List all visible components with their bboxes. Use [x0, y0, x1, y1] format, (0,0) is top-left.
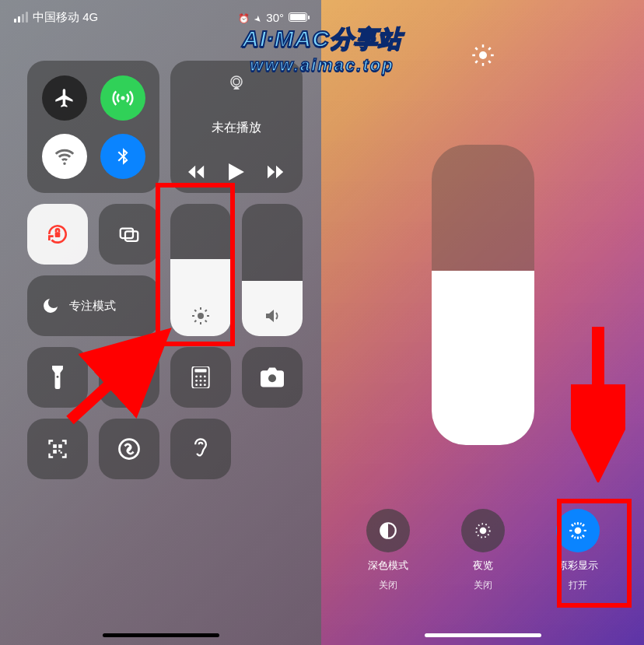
dark-mode-toggle[interactable]: 深色模式 关闭 [357, 509, 419, 592]
connectivity-module[interactable] [27, 61, 159, 193]
battery-icon [289, 12, 307, 22]
svg-line-41 [488, 61, 491, 63]
hearing-button[interactable] [170, 419, 231, 479]
svg-point-1 [231, 76, 242, 87]
brightness-large-slider[interactable] [432, 145, 534, 445]
svg-line-42 [475, 61, 478, 63]
carrier-label: 中国移动 4G [33, 10, 98, 25]
play-button[interactable] [229, 163, 244, 181]
svg-rect-17 [194, 369, 206, 372]
svg-point-15 [122, 371, 137, 386]
camera-button[interactable] [242, 347, 303, 408]
flashlight-icon [49, 366, 66, 389]
airplay-icon[interactable] [227, 73, 246, 92]
wifi-button[interactable] [42, 134, 87, 179]
airplane-mode-button[interactable] [42, 75, 87, 121]
timer-icon [118, 366, 140, 388]
wifi-icon [54, 145, 75, 167]
moon-icon [41, 296, 60, 315]
next-track-icon [268, 165, 285, 179]
orientation-lock-button[interactable] [27, 204, 88, 265]
svg-point-2 [233, 79, 240, 85]
svg-rect-5 [125, 231, 138, 241]
cellular-antenna-icon [111, 86, 135, 110]
shazam-button[interactable] [99, 419, 159, 479]
night-shift-icon [461, 509, 505, 552]
brightness-icon [191, 307, 210, 325]
home-indicator[interactable] [103, 633, 219, 637]
shazam-icon [117, 437, 141, 461]
svg-point-20 [204, 376, 206, 378]
night-shift-toggle[interactable]: 夜览 关闭 [452, 509, 514, 592]
temperature-label: 30° [266, 11, 284, 24]
svg-line-11 [194, 310, 196, 311]
qr-scan-icon [47, 438, 68, 460]
sun-icon [471, 44, 495, 67]
svg-point-21 [195, 380, 198, 382]
svg-rect-29 [58, 444, 62, 448]
svg-line-52 [571, 524, 572, 526]
svg-point-27 [268, 374, 276, 382]
volume-slider[interactable] [242, 204, 303, 336]
control-center-screen: 中国移动 4G 30° [0, 0, 321, 645]
true-tone-toggle[interactable]: 原彩显示 打开 [547, 509, 609, 592]
svg-point-25 [200, 384, 202, 386]
svg-point-24 [195, 384, 198, 386]
true-tone-icon [556, 509, 600, 552]
alarm-icon [238, 11, 250, 24]
qr-scan-button[interactable] [27, 419, 88, 479]
bluetooth-icon [113, 146, 133, 167]
brightness-detail-screen: 深色模式 关闭 夜览 关闭 原彩显示 打开 [321, 0, 644, 645]
svg-point-6 [198, 313, 204, 319]
flashlight-button[interactable] [27, 347, 88, 408]
calculator-button[interactable] [170, 347, 231, 408]
hearing-icon [191, 437, 211, 461]
play-icon [229, 163, 244, 181]
home-indicator[interactable] [425, 633, 541, 637]
svg-line-59 [574, 537, 575, 539]
orientation-lock-icon [45, 222, 70, 247]
prev-track-button[interactable] [188, 165, 205, 179]
media-title: 未在播放 [212, 120, 261, 136]
next-track-button[interactable] [268, 165, 285, 179]
svg-line-55 [582, 524, 583, 526]
svg-point-45 [479, 528, 486, 535]
prev-track-icon [188, 165, 205, 179]
svg-point-22 [200, 380, 202, 382]
svg-line-12 [205, 321, 207, 322]
svg-point-23 [204, 380, 206, 382]
focus-mode-button[interactable]: 专注模式 [27, 275, 159, 336]
calculator-icon [191, 366, 210, 388]
svg-line-43 [488, 47, 491, 50]
volume-icon [263, 307, 282, 325]
airplane-icon [54, 87, 75, 109]
brightness-slider[interactable] [170, 204, 231, 336]
focus-label: 专注模式 [69, 299, 116, 314]
dark-mode-icon [366, 509, 410, 552]
svg-point-19 [200, 376, 202, 378]
svg-point-47 [574, 528, 581, 535]
svg-line-40 [475, 47, 478, 50]
svg-point-18 [195, 376, 198, 378]
timer-button[interactable] [99, 347, 159, 408]
control-center-grid: 未在播放 [27, 61, 294, 479]
svg-point-0 [121, 96, 124, 100]
screen-mirroring-button[interactable] [99, 204, 159, 265]
cellular-data-button[interactable] [100, 75, 145, 121]
status-bar: 中国移动 4G 30° [0, 0, 321, 34]
svg-rect-30 [53, 450, 57, 454]
location-icon [254, 11, 261, 24]
svg-line-53 [582, 535, 583, 537]
svg-point-26 [204, 384, 206, 386]
svg-line-13 [194, 321, 196, 322]
svg-line-60 [580, 537, 581, 539]
svg-rect-4 [121, 229, 133, 239]
svg-rect-3 [55, 232, 61, 237]
display-mode-row: 深色模式 关闭 夜览 关闭 原彩显示 打开 [321, 509, 644, 592]
media-module[interactable]: 未在播放 [170, 61, 303, 193]
svg-line-58 [580, 523, 581, 525]
svg-line-54 [571, 535, 572, 537]
svg-rect-28 [53, 444, 57, 448]
svg-rect-32 [61, 452, 62, 454]
bluetooth-button[interactable] [100, 134, 145, 179]
